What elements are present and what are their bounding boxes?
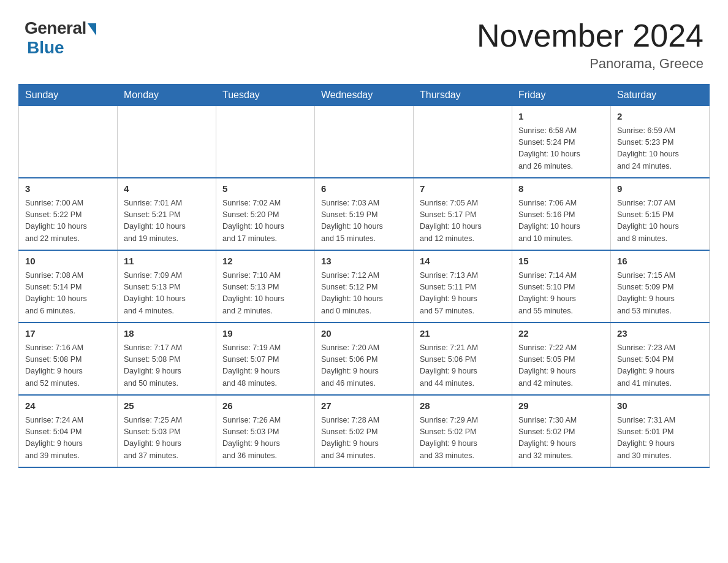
calendar-cell: 28Sunrise: 7:29 AMSunset: 5:02 PMDayligh… (414, 395, 512, 467)
calendar-cell: 25Sunrise: 7:25 AMSunset: 5:03 PMDayligh… (118, 395, 216, 467)
day-info: Sunrise: 7:12 AMSunset: 5:12 PMDaylight:… (321, 270, 407, 318)
day-number: 30 (617, 399, 703, 413)
day-number: 23 (617, 327, 703, 341)
day-number: 1 (518, 110, 604, 124)
day-info: Sunrise: 7:17 AMSunset: 5:08 PMDaylight:… (124, 342, 210, 390)
day-number: 8 (518, 182, 604, 196)
weekday-header-wednesday: Wednesday (315, 85, 414, 106)
week-row-3: 10Sunrise: 7:08 AMSunset: 5:14 PMDayligh… (19, 250, 710, 323)
day-number: 19 (222, 327, 308, 341)
calendar-cell: 4Sunrise: 7:01 AMSunset: 5:21 PMDaylight… (118, 178, 216, 250)
day-number: 13 (321, 255, 407, 269)
day-info: Sunrise: 7:20 AMSunset: 5:06 PMDaylight:… (321, 342, 407, 390)
calendar-cell: 24Sunrise: 7:24 AMSunset: 5:04 PMDayligh… (19, 395, 118, 467)
day-info: Sunrise: 7:26 AMSunset: 5:03 PMDaylight:… (222, 415, 308, 462)
day-number: 9 (617, 182, 703, 196)
calendar-cell: 19Sunrise: 7:19 AMSunset: 5:07 PMDayligh… (216, 323, 315, 395)
calendar-cell: 5Sunrise: 7:02 AMSunset: 5:20 PMDaylight… (216, 178, 315, 250)
calendar-cell: 17Sunrise: 7:16 AMSunset: 5:08 PMDayligh… (19, 323, 118, 395)
day-info: Sunrise: 7:15 AMSunset: 5:09 PMDaylight:… (617, 270, 703, 318)
calendar-cell: 26Sunrise: 7:26 AMSunset: 5:03 PMDayligh… (216, 395, 315, 467)
day-number: 6 (321, 182, 407, 196)
calendar-cell: 6Sunrise: 7:03 AMSunset: 5:19 PMDaylight… (315, 178, 414, 250)
day-info: Sunrise: 7:22 AMSunset: 5:05 PMDaylight:… (518, 342, 604, 390)
calendar-cell: 13Sunrise: 7:12 AMSunset: 5:12 PMDayligh… (315, 250, 414, 323)
calendar-cell: 12Sunrise: 7:10 AMSunset: 5:13 PMDayligh… (216, 250, 315, 323)
logo: General Blue (25, 18, 96, 58)
calendar-cell: 30Sunrise: 7:31 AMSunset: 5:01 PMDayligh… (611, 395, 710, 467)
week-row-4: 17Sunrise: 7:16 AMSunset: 5:08 PMDayligh… (19, 323, 710, 395)
weekday-header-friday: Friday (512, 85, 611, 106)
calendar-cell (414, 106, 512, 178)
day-number: 4 (124, 182, 210, 196)
day-number: 24 (25, 399, 111, 413)
day-info: Sunrise: 7:02 AMSunset: 5:20 PMDaylight:… (222, 197, 308, 245)
calendar-cell: 1Sunrise: 6:58 AMSunset: 5:24 PMDaylight… (512, 106, 611, 178)
day-number: 11 (124, 255, 210, 269)
day-info: Sunrise: 7:05 AMSunset: 5:17 PMDaylight:… (420, 197, 506, 245)
location-text: Panorama, Greece (477, 56, 703, 72)
day-info: Sunrise: 7:06 AMSunset: 5:16 PMDaylight:… (518, 197, 604, 245)
day-number: 16 (617, 255, 703, 269)
calendar-cell: 10Sunrise: 7:08 AMSunset: 5:14 PMDayligh… (19, 250, 118, 323)
day-info: Sunrise: 7:19 AMSunset: 5:07 PMDaylight:… (222, 342, 308, 390)
month-year-title: November 2024 (477, 18, 703, 53)
calendar-cell: 9Sunrise: 7:07 AMSunset: 5:15 PMDaylight… (611, 178, 710, 250)
day-number: 17 (25, 327, 111, 341)
calendar-cell: 7Sunrise: 7:05 AMSunset: 5:17 PMDaylight… (414, 178, 512, 250)
day-info: Sunrise: 7:13 AMSunset: 5:11 PMDaylight:… (420, 270, 506, 318)
week-row-2: 3Sunrise: 7:00 AMSunset: 5:22 PMDaylight… (19, 178, 710, 250)
weekday-header-row: SundayMondayTuesdayWednesdayThursdayFrid… (19, 85, 710, 106)
day-number: 26 (222, 399, 308, 413)
calendar-cell: 11Sunrise: 7:09 AMSunset: 5:13 PMDayligh… (118, 250, 216, 323)
day-number: 14 (420, 255, 506, 269)
calendar-cell: 23Sunrise: 7:23 AMSunset: 5:04 PMDayligh… (611, 323, 710, 395)
day-number: 25 (124, 399, 210, 413)
day-info: Sunrise: 7:08 AMSunset: 5:14 PMDaylight:… (25, 270, 111, 318)
day-number: 12 (222, 255, 308, 269)
day-number: 20 (321, 327, 407, 341)
calendar-cell: 22Sunrise: 7:22 AMSunset: 5:05 PMDayligh… (512, 323, 611, 395)
day-info: Sunrise: 6:58 AMSunset: 5:24 PMDaylight:… (518, 125, 604, 173)
day-info: Sunrise: 7:29 AMSunset: 5:02 PMDaylight:… (420, 415, 506, 462)
calendar-cell: 21Sunrise: 7:21 AMSunset: 5:06 PMDayligh… (414, 323, 512, 395)
calendar-table: SundayMondayTuesdayWednesdayThursdayFrid… (18, 84, 710, 468)
day-number: 28 (420, 399, 506, 413)
day-number: 21 (420, 327, 506, 341)
day-info: Sunrise: 7:25 AMSunset: 5:03 PMDaylight:… (124, 415, 210, 462)
day-number: 7 (420, 182, 506, 196)
calendar-cell: 2Sunrise: 6:59 AMSunset: 5:23 PMDaylight… (611, 106, 710, 178)
day-info: Sunrise: 7:31 AMSunset: 5:01 PMDaylight:… (617, 415, 703, 462)
day-number: 15 (518, 255, 604, 269)
day-number: 3 (25, 182, 111, 196)
weekday-header-saturday: Saturday (611, 85, 710, 106)
calendar-cell: 29Sunrise: 7:30 AMSunset: 5:02 PMDayligh… (512, 395, 611, 467)
logo-arrow-icon (88, 23, 96, 36)
weekday-header-thursday: Thursday (414, 85, 512, 106)
day-info: Sunrise: 7:16 AMSunset: 5:08 PMDaylight:… (25, 342, 111, 390)
weekday-header-sunday: Sunday (19, 85, 118, 106)
day-info: Sunrise: 7:21 AMSunset: 5:06 PMDaylight:… (420, 342, 506, 390)
logo-general-text: General (25, 18, 86, 38)
calendar-cell: 3Sunrise: 7:00 AMSunset: 5:22 PMDaylight… (19, 178, 118, 250)
calendar-cell (118, 106, 216, 178)
day-info: Sunrise: 7:07 AMSunset: 5:15 PMDaylight:… (617, 197, 703, 245)
day-info: Sunrise: 7:00 AMSunset: 5:22 PMDaylight:… (25, 197, 111, 245)
day-number: 18 (124, 327, 210, 341)
day-info: Sunrise: 7:23 AMSunset: 5:04 PMDaylight:… (617, 342, 703, 390)
calendar-cell: 15Sunrise: 7:14 AMSunset: 5:10 PMDayligh… (512, 250, 611, 323)
calendar-cell: 8Sunrise: 7:06 AMSunset: 5:16 PMDaylight… (512, 178, 611, 250)
day-info: Sunrise: 7:14 AMSunset: 5:10 PMDaylight:… (518, 270, 604, 318)
day-info: Sunrise: 7:09 AMSunset: 5:13 PMDaylight:… (124, 270, 210, 318)
calendar-cell: 20Sunrise: 7:20 AMSunset: 5:06 PMDayligh… (315, 323, 414, 395)
day-number: 29 (518, 399, 604, 413)
day-info: Sunrise: 7:01 AMSunset: 5:21 PMDaylight:… (124, 197, 210, 245)
calendar-cell: 27Sunrise: 7:28 AMSunset: 5:02 PMDayligh… (315, 395, 414, 467)
day-info: Sunrise: 6:59 AMSunset: 5:23 PMDaylight:… (617, 125, 703, 173)
page-header: General Blue November 2024 Panorama, Gre… (12, 12, 716, 72)
calendar-cell: 16Sunrise: 7:15 AMSunset: 5:09 PMDayligh… (611, 250, 710, 323)
day-number: 5 (222, 182, 308, 196)
day-info: Sunrise: 7:30 AMSunset: 5:02 PMDaylight:… (518, 415, 604, 462)
day-info: Sunrise: 7:24 AMSunset: 5:04 PMDaylight:… (25, 415, 111, 462)
day-number: 27 (321, 399, 407, 413)
